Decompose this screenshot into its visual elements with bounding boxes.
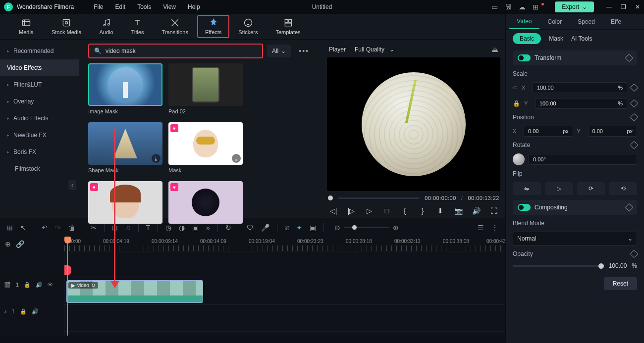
effect-item-6[interactable]: ♥ [168,181,243,224]
mute-icon[interactable]: 🔊 [32,308,39,315]
pointer-icon[interactable]: ↖ [20,224,26,232]
stop-icon[interactable]: □ [381,207,392,215]
compositing-toggle[interactable] [518,204,531,211]
download-icon[interactable]: ⭳ [152,154,161,163]
subtab-mask[interactable]: Mask [549,35,563,42]
camera-icon[interactable]: 📷 [453,207,464,215]
record-icon[interactable]: ▣ [310,224,316,232]
cloud-icon[interactable]: ☁ [519,3,526,11]
quality-dropdown[interactable]: Full Quality⌄ [355,46,394,53]
keyframe-icon[interactable] [630,141,639,149]
lock-icon[interactable]: 🔒 [24,282,31,288]
crop-icon[interactable]: ⊡ [112,224,118,232]
opacity-slider[interactable] [513,265,604,267]
inspector-tab-color[interactable]: Color [539,15,570,29]
subtab-ai-tools[interactable]: AI Tools [571,35,592,42]
more-icon[interactable]: » [206,224,210,232]
tab-stickers[interactable]: Stickers [229,18,267,35]
add-track-icon[interactable]: ⊕ [5,240,11,248]
playhead[interactable] [67,237,68,336]
inspector-tab-video[interactable]: Video [509,14,539,29]
tab-titles[interactable]: Titles [122,18,153,35]
mark-out-icon[interactable]: } [417,207,428,215]
timeline-settings-icon[interactable]: ⋮ [491,224,498,232]
transform-toggle[interactable] [518,54,531,61]
video-track-lane[interactable]: ▶video↻ [64,278,505,305]
visibility-icon[interactable]: 👁 [48,282,53,288]
transform-section-header[interactable]: Transform [513,50,637,65]
effect-item-5[interactable]: ♥ [88,181,162,224]
zoom-out-icon[interactable]: ⊖ [334,224,340,232]
link-scale-icon[interactable]: ⊂ [513,84,518,91]
music-icon[interactable]: ♫ [125,224,131,232]
inspector-tab-speed[interactable]: Speed [570,15,603,29]
link-icon[interactable]: 🔗 [16,240,24,248]
speed-icon[interactable]: ◷ [165,224,171,232]
rotate-input[interactable]: 0.00° [529,154,637,165]
menu-tools[interactable]: Tools [137,3,151,10]
timeline-ruler[interactable]: 00:00 00:00:04:19 00:00:09:14 00:00:14:0… [64,237,505,251]
play-icon[interactable]: ▷ [364,207,375,215]
sidebar-item-newblue[interactable]: ▸NewBlue FX [0,127,79,144]
zoom-slider[interactable]: ⊖ ⊕ [334,224,399,232]
tab-effects[interactable]: Effects [197,15,229,38]
search-input-container[interactable]: 🔍 [88,44,263,58]
sidebar-item-audio-effects[interactable]: ▸Audio Effects [0,110,79,127]
flip-vertical-button[interactable]: ▷ [545,182,573,195]
audio-track-lane[interactable] [64,305,505,332]
tab-media[interactable]: Media [10,18,43,35]
close-button[interactable]: ✕ [635,3,640,10]
sidebar-item-boris[interactable]: ▸Boris FX [0,144,79,160]
flip-horizontal-button[interactable]: ⇋ [513,182,541,195]
pos-x-input[interactable]: 0.00px [524,126,573,137]
keyframe-icon[interactable] [630,250,639,258]
keyframe-icon[interactable] [625,203,634,212]
subtab-basic[interactable]: Basic [513,33,541,44]
volume-icon[interactable]: 🔊 [471,207,482,215]
scale-x-input[interactable]: 100.00% [533,82,627,93]
scrub-handle[interactable] [328,196,333,200]
split-icon[interactable]: ✂ [91,224,97,232]
adjust-icon[interactable]: ▣ [192,224,199,232]
snapshot-icon[interactable]: ⛰ [491,46,498,53]
video-track-header[interactable]: 🎬1 🔒 🔊 👁 [0,271,64,298]
rotate-knob[interactable] [513,153,525,165]
timeline-view-icon[interactable]: ☰ [478,224,484,232]
download-icon[interactable]: ⭳ [232,154,241,163]
sidebar-item-overlay[interactable]: ▸Overlay [0,93,79,110]
empty-track-lane[interactable] [64,251,505,278]
mic-icon[interactable]: 🎤 [261,224,269,232]
color-icon[interactable]: ◑ [179,224,185,232]
inspector-tab-effects[interactable]: Effe [603,15,629,29]
render-icon[interactable]: ↻ [225,224,231,232]
text-icon[interactable]: T [146,224,151,232]
sidebar-item-filter-lut[interactable]: ▸Filter&LUT [0,76,79,93]
fullscreen-icon[interactable]: ⛶ [488,207,499,215]
keyframe-icon[interactable] [625,54,634,62]
scrub-track[interactable] [338,197,420,199]
compositing-section-header[interactable]: Compositing [513,200,637,215]
rotate-ccw-button[interactable]: ⟲ [609,182,637,195]
sidebar-item-recommended[interactable]: ▸Recommended [0,43,79,59]
filter-dropdown[interactable]: All⌄ [267,45,291,57]
sidebar-item-video-effects[interactable]: Video Effects [0,59,79,76]
sidebar-item-filmstock[interactable]: Filmstock [0,160,79,177]
undo-icon[interactable]: ↶ [42,224,48,232]
lock-icon[interactable]: 🔒 [20,308,27,315]
save-icon[interactable]: 🖫 [505,3,512,11]
sidebar-collapse-button[interactable]: ‹ [68,180,76,190]
effect-item-pad-02[interactable]: Pad 02 [168,63,243,114]
effect-item-shape-mask[interactable]: ⭳ Shape Mask [88,122,162,173]
menu-view[interactable]: View [163,3,176,10]
menu-edit[interactable]: Edit [115,3,126,10]
marker-icon[interactable]: ⬇ [435,207,446,215]
menu-file[interactable]: File [94,3,103,10]
player-viewport[interactable] [327,57,500,191]
delete-icon[interactable]: 🗑 [68,224,75,232]
prev-clip-icon[interactable]: ◁| [328,207,339,215]
effect-item-mask[interactable]: ♥⭳ Mask [168,122,243,173]
apps-icon[interactable]: ⊞ [533,3,538,11]
redo-icon[interactable]: ↷ [55,224,61,232]
tab-audio[interactable]: Audio [91,18,122,35]
keyframe-icon[interactable] [630,113,639,122]
